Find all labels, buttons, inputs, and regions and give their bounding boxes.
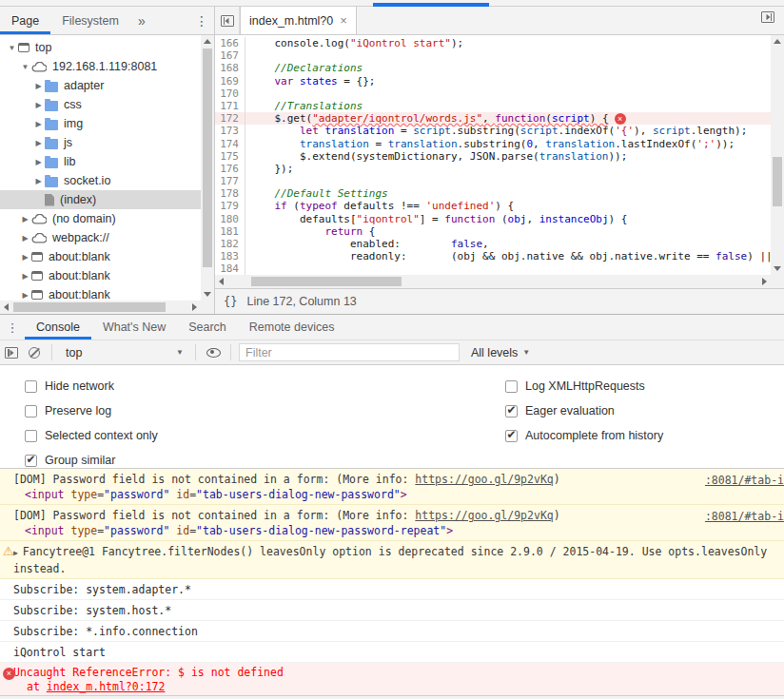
expander-icon[interactable]: ▶ bbox=[32, 139, 45, 147]
editor-tab-bar: index_m.html?0 × bbox=[215, 7, 784, 35]
setting-preserve-log[interactable]: Preserve log bbox=[25, 398, 158, 423]
collapse-navigator-icon[interactable] bbox=[215, 7, 240, 34]
tab-what-s-new[interactable]: What's New bbox=[91, 315, 177, 340]
console-message-plain: iQontrol start bbox=[0, 642, 784, 663]
live-expression-eye-icon[interactable] bbox=[202, 348, 225, 358]
scroll-up-icon[interactable] bbox=[771, 35, 784, 48]
setting-eager-evaluation[interactable]: Eager evaluation bbox=[505, 398, 663, 423]
clear-console-icon[interactable] bbox=[23, 347, 46, 359]
console-drawer: ⋮ ConsoleWhat's NewSearchRemote devices … bbox=[0, 314, 784, 699]
tree-item--no-domain-[interactable]: ▶(no domain) bbox=[0, 209, 201, 228]
scrollbar-thumb[interactable] bbox=[251, 277, 402, 286]
scroll-right-icon[interactable] bbox=[188, 301, 201, 314]
checkbox-checked[interactable] bbox=[505, 405, 518, 417]
scroll-down-icon[interactable] bbox=[771, 262, 784, 275]
setting-hide-network[interactable]: Hide network bbox=[25, 374, 158, 398]
source-location-link[interactable]: :8081/#tab-i bbox=[705, 473, 784, 488]
checkbox-unchecked[interactable] bbox=[25, 380, 37, 393]
expander-icon[interactable]: ▼ bbox=[6, 44, 18, 52]
checkbox-unchecked[interactable] bbox=[25, 405, 37, 417]
expander-icon[interactable]: ▶ bbox=[32, 158, 45, 166]
text-token: "iQontrol start" bbox=[350, 37, 451, 49]
error-badge-icon[interactable]: × bbox=[615, 113, 626, 125]
tab-console[interactable]: Console bbox=[25, 315, 91, 340]
pretty-print-icon[interactable]: {} bbox=[215, 295, 246, 308]
console-message-plain: Subscribe: *.info.connection bbox=[0, 621, 784, 642]
code-viewport[interactable]: 166 console.log("iQontrol start");167168… bbox=[215, 35, 771, 275]
filter-input[interactable] bbox=[239, 343, 460, 361]
tab-filesystem[interactable]: Filesystem bbox=[50, 7, 130, 34]
expander-icon[interactable]: ▶ bbox=[19, 253, 31, 262]
javascript-context-select[interactable]: top ▼ bbox=[58, 346, 189, 359]
checkbox-unchecked[interactable] bbox=[25, 430, 37, 442]
expander-icon[interactable]: ▶ bbox=[32, 82, 45, 90]
scroll-down-icon[interactable] bbox=[201, 288, 214, 301]
more-tabs-icon[interactable]: » bbox=[130, 7, 153, 34]
text-token: 'undefined' bbox=[425, 200, 495, 212]
scroll-up-icon[interactable] bbox=[201, 35, 214, 48]
expander-icon[interactable]: ▶ bbox=[19, 215, 31, 223]
tree-item-js[interactable]: ▶js bbox=[0, 133, 201, 152]
checkbox-checked[interactable] bbox=[505, 430, 518, 442]
scrollbar-thumb[interactable] bbox=[13, 302, 166, 312]
code-line-text: //Translations bbox=[245, 100, 363, 112]
editor-vertical-scrollbar[interactable] bbox=[771, 35, 784, 275]
tree-item--index-[interactable]: (index) bbox=[0, 190, 201, 209]
setting-selected-context-only[interactable]: Selected context only bbox=[25, 423, 158, 448]
scrollbar-thumb[interactable] bbox=[203, 49, 212, 267]
tree-item-about-blank[interactable]: ▶about:blank bbox=[0, 266, 201, 285]
navigator-menu-icon[interactable]: ⋮ bbox=[195, 7, 208, 34]
tree-item-socket-io[interactable]: ▶socket.io bbox=[0, 171, 201, 190]
expander-icon[interactable]: ▼ bbox=[19, 63, 31, 71]
source-location-link[interactable]: :8081/#tab-i bbox=[705, 509, 784, 524]
expander-icon[interactable]: ▶ bbox=[19, 272, 31, 281]
show-debugger-sidebar-icon[interactable] bbox=[761, 11, 774, 23]
tree-item-img[interactable]: ▶img bbox=[0, 114, 201, 133]
tree-item-top[interactable]: ▼top bbox=[0, 38, 201, 57]
tree-item-webpack-[interactable]: ▶webpack:// bbox=[0, 228, 201, 247]
show-console-sidebar-icon[interactable] bbox=[0, 347, 23, 359]
tree-item-about-blank[interactable]: ▶about:blank bbox=[0, 247, 201, 266]
tree-item-about-blank[interactable]: ▶about:blank bbox=[0, 285, 201, 301]
context-value: top bbox=[66, 346, 82, 359]
error-icon: × bbox=[3, 668, 15, 680]
tree-item-adapter[interactable]: ▶adapter bbox=[0, 76, 201, 95]
scroll-left-icon[interactable] bbox=[0, 301, 12, 314]
editor-file-tab[interactable]: index_m.html?0 × bbox=[240, 7, 357, 34]
checkbox-unchecked[interactable] bbox=[505, 380, 518, 393]
line-number: 184 bbox=[215, 262, 245, 275]
tree-item-css[interactable]: ▶css bbox=[0, 95, 201, 114]
drawer-menu-icon[interactable]: ⋮ bbox=[0, 315, 25, 340]
expander-icon[interactable]: ▶ bbox=[32, 177, 45, 185]
close-tab-icon[interactable]: × bbox=[340, 13, 347, 28]
expander-icon[interactable]: ▶ bbox=[32, 101, 45, 109]
editor-horizontal-scrollbar[interactable] bbox=[215, 275, 771, 288]
log-levels-select[interactable]: All levels ▼ bbox=[471, 346, 530, 359]
warning-icon: ⚠ bbox=[3, 544, 14, 558]
code-line: 184 bbox=[215, 262, 771, 275]
expand-arrow-icon[interactable]: ▶ bbox=[13, 549, 18, 557]
expander-icon[interactable]: ▶ bbox=[19, 234, 31, 243]
scroll-right-icon[interactable] bbox=[758, 275, 771, 288]
tree-item-192-168-1-119-8081[interactable]: ▼192.168.1.119:8081 bbox=[0, 57, 201, 76]
cloud-icon bbox=[31, 62, 47, 72]
text-token: //Declarations bbox=[275, 62, 363, 74]
scroll-left-icon[interactable] bbox=[215, 275, 227, 288]
tree-item-lib[interactable]: ▶lib bbox=[0, 152, 201, 171]
tree-item-label: top bbox=[35, 41, 51, 54]
tab-page[interactable]: Page bbox=[0, 7, 50, 34]
message-link[interactable]: https://goo.gl/9p2vKq bbox=[415, 509, 553, 522]
tree-vertical-scrollbar[interactable] bbox=[201, 35, 214, 301]
checkbox-checked[interactable] bbox=[25, 455, 37, 467]
tab-search[interactable]: Search bbox=[177, 315, 238, 340]
tab-remote-devices[interactable]: Remote devices bbox=[238, 315, 346, 340]
scrollbar-thumb[interactable] bbox=[773, 157, 782, 206]
setting-log-xmlhttprequests[interactable]: Log XMLHttpRequests bbox=[505, 374, 663, 398]
tree-horizontal-scrollbar[interactable] bbox=[0, 301, 201, 314]
expander-icon[interactable]: ▶ bbox=[32, 120, 45, 128]
message-link[interactable]: index_m.html?0:172 bbox=[47, 680, 166, 693]
setting-autocomplete-from-history[interactable]: Autocomplete from history bbox=[505, 423, 663, 448]
message-link[interactable]: https://goo.gl/9p2vKq bbox=[415, 473, 553, 486]
line-number: 175 bbox=[215, 150, 245, 163]
expander-icon[interactable]: ▶ bbox=[19, 291, 31, 300]
